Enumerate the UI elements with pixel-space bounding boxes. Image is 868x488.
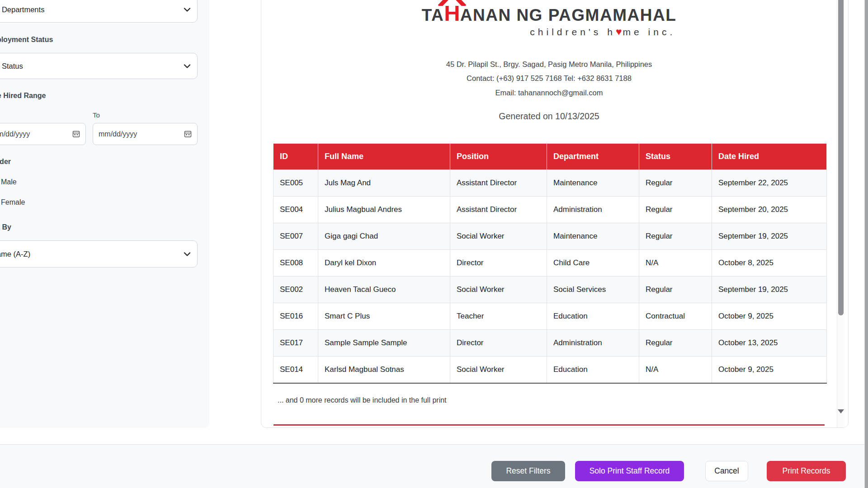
- preview-scrollbar-thumb[interactable]: [838, 0, 844, 315]
- org-name-part: ANAN NG PAGMAMAHAL: [460, 6, 677, 25]
- table-row: SE017Sample Sample SampleDirectorAdminis…: [274, 330, 827, 357]
- red-divider: [274, 424, 825, 426]
- department-select-value: All Departments: [0, 5, 44, 14]
- print-preview-panel: TAHANAN NG PAGMAMAHAL children's h♥me in…: [261, 0, 849, 428]
- chevron-down-icon: [184, 5, 191, 14]
- heart-icon: ♥: [616, 26, 623, 38]
- org-address: 45 Dr. Pilapil St., Brgy. Sagad, Pasig M…: [261, 60, 837, 69]
- status-select-value: All Status: [0, 62, 23, 70]
- employment-status-label: Employment Status: [0, 36, 53, 44]
- modal-footer: Reset Filters Solo Print Staff Record Ca…: [0, 444, 868, 488]
- table-row: SE014Karlsd Magbual SotnasSocial WorkerE…: [274, 357, 827, 384]
- table-row: SE008Daryl kel DixonDirectorChild CareN/…: [274, 250, 827, 277]
- table-row: SE004Julius Magbual AndresAssistant Dire…: [274, 197, 827, 223]
- sort-select[interactable]: Name (A-Z): [0, 240, 198, 267]
- org-name-h: H: [444, 0, 460, 26]
- org-name: TAHANAN NG PAGMAMAHAL: [422, 0, 676, 26]
- col-header-position: Position: [450, 144, 547, 170]
- window-scrollbar-strip[interactable]: [864, 0, 868, 488]
- solo-print-staff-record-button[interactable]: Solo Print Staff Record: [575, 461, 684, 481]
- generated-on: Generated on 10/13/2025: [261, 111, 837, 122]
- reset-filters-button[interactable]: Reset Filters: [491, 461, 565, 481]
- gender-radio-female[interactable]: Female: [1, 198, 25, 206]
- staff-records-table: ID Full Name Position Department Status …: [273, 143, 827, 384]
- gender-female-label: Female: [1, 198, 25, 206]
- table-row: SE016Smart C PlusTeacherEducationContrac…: [274, 303, 827, 330]
- chevron-down-icon: [184, 62, 191, 70]
- status-select[interactable]: All Status: [0, 53, 198, 79]
- date-from-placeholder: mm/dd/yyyy: [0, 130, 30, 138]
- date-to-placeholder: mm/dd/yyyy: [99, 130, 137, 138]
- cancel-button[interactable]: Cancel: [705, 461, 748, 481]
- org-name-part: TA: [422, 6, 444, 25]
- gender-radio-male[interactable]: Male: [1, 178, 17, 186]
- table-row: SE002Heaven Tacal GuecoSocial WorkerSoci…: [274, 277, 827, 303]
- col-header-id: ID: [274, 144, 318, 170]
- col-header-status: Status: [639, 144, 712, 170]
- letterhead: TAHANAN NG PAGMAMAHAL children's h♥me in…: [261, 0, 837, 38]
- calendar-icon[interactable]: [184, 130, 192, 138]
- org-contact: Contact: (+63) 917 525 7168 Tel: +632 86…: [261, 74, 837, 83]
- col-header-department: Department: [547, 144, 639, 170]
- org-email: Email: tahanannoch@gmail.com: [261, 89, 837, 97]
- gender-male-label: Male: [1, 178, 17, 186]
- filters-sidebar: All Departments Employment Status All St…: [0, 0, 209, 428]
- department-select[interactable]: All Departments: [0, 0, 198, 23]
- date-hired-range-label: Date Hired Range: [0, 92, 46, 100]
- scroll-down-arrow-icon[interactable]: [838, 409, 844, 413]
- col-header-date-hired: Date Hired: [712, 144, 827, 170]
- chevron-down-icon: [184, 250, 191, 258]
- org-tagline: children's h♥me inc.: [422, 26, 676, 38]
- more-records-note: ... and 0 more records will be included …: [278, 396, 447, 404]
- date-to-input[interactable]: mm/dd/yyyy: [93, 123, 198, 145]
- sort-by-label: Sort By: [0, 223, 11, 231]
- table-row: SE005Juls Mag AndAssistant DirectorMaint…: [274, 170, 827, 197]
- gender-label: Gender: [0, 158, 11, 166]
- to-label: To: [93, 111, 100, 119]
- sort-select-value: Name (A-Z): [0, 250, 30, 258]
- date-from-input[interactable]: mm/dd/yyyy: [0, 123, 86, 145]
- table-header-row: ID Full Name Position Department Status …: [274, 144, 827, 170]
- print-records-button[interactable]: Print Records: [767, 461, 846, 481]
- calendar-icon[interactable]: [72, 130, 80, 138]
- table-row: SE007Giga gagi ChadSocial WorkerMaintena…: [274, 223, 827, 250]
- col-header-full-name: Full Name: [318, 144, 450, 170]
- logo-roof-icon: [438, 0, 466, 6]
